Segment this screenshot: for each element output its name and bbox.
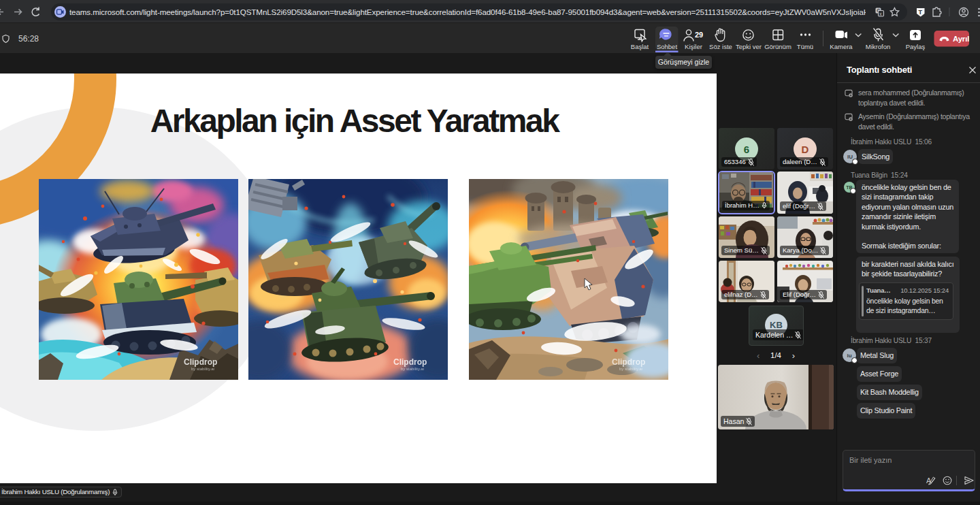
svg-text:Clipdrop: Clipdrop xyxy=(393,357,427,367)
svg-text:Clipdrop: Clipdrop xyxy=(184,357,217,367)
svg-text:by stability.ai: by stability.ai xyxy=(619,367,642,371)
svg-text:by stability.ai: by stability.ai xyxy=(401,367,424,371)
svg-text:Clipdrop: Clipdrop xyxy=(612,357,645,367)
svg-text:by stability.ai: by stability.ai xyxy=(191,367,214,371)
svg-text:Ayrıl: Ayrıl xyxy=(953,35,969,43)
svg-text:29: 29 xyxy=(695,31,703,39)
svg-text:T: T xyxy=(919,9,923,16)
